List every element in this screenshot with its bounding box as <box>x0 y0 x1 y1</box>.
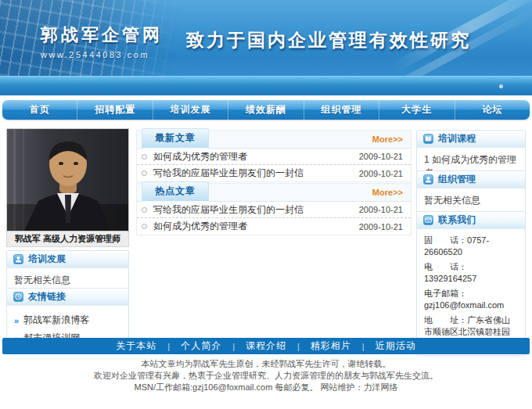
nav-item-organization[interactable]: 组织管理 <box>304 100 379 120</box>
nav-item-recruiting[interactable]: 招聘配置 <box>77 100 152 120</box>
footer-line-contact: MSN/工作邮箱:gzj106@foxmail.com 每邮必复。 网站维护：力… <box>0 382 532 393</box>
person-icon <box>13 254 23 264</box>
separator: | <box>167 342 170 351</box>
section-title-tab: 最新文章 <box>142 128 209 149</box>
section-header: 热点文章 More>> <box>137 184 411 202</box>
footer-text: 本站文章均为郭战军先生原创，未经郭战军先生许可，谢绝转载。 欢迎对企业管理有兴趣… <box>0 358 532 393</box>
section-title: 组织管理 <box>438 173 476 186</box>
site-url: www.25444083.com <box>41 50 163 59</box>
clock-icon <box>13 292 23 302</box>
link-label: 郭战军新浪博客 <box>23 314 89 327</box>
separator: | <box>297 342 300 351</box>
main-navigation: 首页 招聘配置 培训发展 绩效薪酬 组织管理 大学生 论坛 <box>2 100 530 120</box>
mail-icon <box>423 215 433 225</box>
contact-label: 电子邮箱： <box>424 289 467 298</box>
more-link[interactable]: More>> <box>372 135 403 148</box>
profile-photo <box>6 128 129 231</box>
article-date: 2009-10-21 <box>359 152 403 161</box>
section-header: 组织管理 <box>417 171 525 188</box>
contact-value: 13929164257 <box>424 274 476 283</box>
separator: | <box>362 342 365 351</box>
site-logo[interactable]: 郭战军企管网 www.25444083.com <box>41 23 163 59</box>
article-title[interactable]: 如何成为优秀的管理者 <box>153 220 353 233</box>
section-header: 友情链接 <box>7 289 128 306</box>
article-date: 2009-10-21 <box>359 169 403 178</box>
nav-item-performance[interactable]: 绩效薪酬 <box>228 100 303 120</box>
bottom-nav-photos[interactable]: 精彩相片 <box>311 339 351 353</box>
separator: | <box>232 342 235 351</box>
contact-email: 电子邮箱：gzj106@foxmail.com <box>424 288 518 311</box>
contact-label: 固 话： <box>424 235 467 245</box>
more-link[interactable]: More>> <box>372 188 403 201</box>
article-row: 写给我的应届毕业生朋友们的一封信 2009-10-21 <box>137 165 411 181</box>
section-title: 培训发展 <box>28 253 66 266</box>
banner: 郭战军企管网 www.25444083.com 致力于国内企业管理有效性研究 <box>0 0 532 95</box>
section-title: 友情链接 <box>28 290 66 303</box>
section-title: 培训课程 <box>438 132 476 145</box>
friendly-link-blog[interactable]: » 郭战军新浪博客 <box>14 311 121 329</box>
bottom-nav-about[interactable]: 关于本站 <box>116 339 156 353</box>
nav-item-training[interactable]: 培训发展 <box>153 100 228 120</box>
bottom-nav-profile[interactable]: 个人简介 <box>181 339 221 353</box>
bullet-icon <box>142 224 147 229</box>
banner-band <box>0 76 532 95</box>
bullet-icon <box>142 207 147 213</box>
book-icon <box>423 134 433 144</box>
section-header: 联系我们 <box>417 212 525 229</box>
arrow-icon: » <box>14 316 19 325</box>
section-title: 联系我们 <box>438 213 476 227</box>
nav-item-forum[interactable]: 论坛 <box>455 100 530 120</box>
article-date: 2009-10-21 <box>359 205 403 214</box>
section-hot-articles: 热点文章 More>> 写给我的应届毕业生朋友们的一封信 2009-10-21 … <box>136 183 412 235</box>
empty-message: 暂无相关信息 <box>417 188 525 213</box>
section-latest-articles: 最新文章 More>> 如何成为优秀的管理者 2009-10-21 写给我的应届… <box>136 130 412 182</box>
section-organization-management: 组织管理 暂无相关信息 <box>416 170 526 213</box>
footer-navigation: 关于本站 | 个人简介 | 课程介绍 | 精彩相片 | 近期活动 <box>2 338 530 354</box>
nav-item-students[interactable]: 大学生 <box>379 100 454 120</box>
section-header: 培训课程 <box>417 131 525 148</box>
section-contact-us: 联系我们 固 话：0757-26606520 电 话：13929164257 电… <box>416 211 526 356</box>
decorative-dot <box>499 84 503 88</box>
contact-landline: 固 话：0757-26606520 <box>424 235 518 258</box>
section-title-tab: 热点文章 <box>142 181 209 202</box>
article-row: 如何成为优秀的管理者 2009-10-21 <box>137 218 411 235</box>
bottom-nav-activities[interactable]: 近期活动 <box>376 339 416 353</box>
bullet-icon <box>142 154 147 160</box>
article-date: 2009-10-21 <box>359 222 403 231</box>
article-row: 如何成为优秀的管理者 2009-10-21 <box>137 149 411 165</box>
contact-label: 地 址： <box>424 315 467 325</box>
site-slogan: 致力于国内企业管理有效性研究 <box>186 28 471 52</box>
article-title[interactable]: 写给我的应届毕业生朋友们的一封信 <box>153 203 353 217</box>
section-header: 培训发展 <box>7 251 128 268</box>
contact-label: 电 话： <box>424 262 467 271</box>
section-header: 最新文章 More>> <box>137 131 411 149</box>
person-icon <box>423 174 433 185</box>
footer-line-welcome: 欢迎对企业管理有兴趣，热衷于企业管理研究、人力资源管理的的朋友与郭战军先生交流。 <box>0 370 532 382</box>
article-title[interactable]: 写给我的应届毕业生朋友们的一封信 <box>153 167 353 180</box>
bottom-nav-courses[interactable]: 课程介绍 <box>246 339 286 353</box>
article-row: 写给我的应届毕业生朋友们的一封信 2009-10-21 <box>137 202 411 218</box>
article-title[interactable]: 如何成为优秀的管理者 <box>153 150 353 163</box>
section-training-development: 培训发展 暂无相关信息 <box>6 250 129 293</box>
contact-mobile: 电 话：13929164257 <box>424 261 518 285</box>
bullet-icon <box>142 170 147 176</box>
contact-value: gzj106@foxmail.com <box>424 300 504 310</box>
site-name: 郭战军企管网 <box>41 23 163 47</box>
nav-item-home[interactable]: 首页 <box>2 100 77 120</box>
profile-caption: 郭战军 高级人力资源管理师 <box>6 231 129 247</box>
footer-line-copyright: 本站文章均为郭战军先生原创，未经郭战军先生许可，谢绝转载。 <box>0 358 532 370</box>
